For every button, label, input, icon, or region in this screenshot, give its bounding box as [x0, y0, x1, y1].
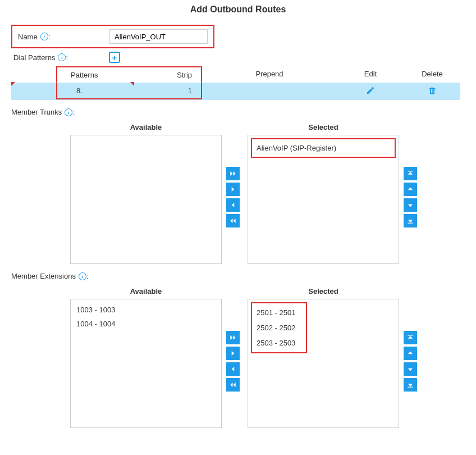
move-all-left-button[interactable]	[226, 378, 240, 392]
list-item[interactable]: 2501 - 2501	[254, 305, 304, 320]
col-delete-header: Delete	[404, 66, 460, 83]
dial-patterns-label: Dial Patterns	[13, 53, 55, 62]
available-header: Available	[70, 287, 222, 295]
move-top-button[interactable]	[404, 331, 417, 344]
strip-cell: 1	[164, 83, 198, 98]
colon: :	[86, 272, 89, 280]
move-bottom-button[interactable]	[404, 214, 417, 228]
col-edit-header: Edit	[337, 66, 404, 83]
col-patterns-header: Patterns	[57, 67, 164, 83]
colon: :	[48, 33, 51, 41]
move-left-button[interactable]	[226, 362, 240, 376]
move-right-button[interactable]	[226, 183, 240, 196]
add-dial-pattern-button[interactable]: +	[109, 52, 120, 63]
info-icon[interactable]: i	[65, 108, 72, 116]
selected-extensions-list[interactable]: 2501 - 2501 2502 - 2502 2503 - 2503	[248, 299, 399, 428]
delete-icon[interactable]	[428, 88, 437, 97]
list-item[interactable]: 1003 - 1003	[74, 303, 218, 317]
member-extensions-dual-list: Available 1003 - 1003 1004 - 1004 Select…	[70, 284, 476, 428]
move-down-button[interactable]	[404, 362, 417, 376]
info-icon[interactable]: i	[40, 33, 48, 40]
move-up-button[interactable]	[404, 347, 417, 360]
move-right-button[interactable]	[226, 347, 240, 360]
info-icon[interactable]: i	[58, 53, 66, 61]
member-trunks-dual-list: Available Selected AlienVoIP (SIP-Regist…	[70, 120, 476, 264]
col-prepend-header: Prepend	[202, 66, 337, 83]
name-row: Name i :	[11, 25, 214, 48]
selected-header: Selected	[248, 123, 399, 131]
move-all-right-button[interactable]	[226, 167, 240, 180]
move-all-right-button[interactable]	[226, 331, 240, 344]
colon: :	[72, 108, 75, 116]
member-extensions-label: Member Extensions	[11, 272, 76, 280]
move-all-left-button[interactable]	[226, 214, 240, 228]
member-trunks-label: Member Trunks	[11, 108, 62, 116]
available-trunks-list[interactable]	[70, 135, 222, 264]
list-item[interactable]: AlienVoIP (SIP-Register)	[254, 141, 392, 155]
list-item[interactable]: 2503 - 2503	[254, 335, 304, 351]
move-bottom-button[interactable]	[404, 378, 417, 392]
list-item[interactable]: 2502 - 2502	[254, 320, 304, 335]
name-input[interactable]	[109, 29, 208, 44]
move-down-button[interactable]	[404, 198, 417, 212]
info-icon[interactable]: i	[79, 272, 86, 280]
edit-icon[interactable]	[366, 88, 375, 97]
list-item[interactable]: 1004 - 1004	[74, 317, 218, 331]
pattern-cell: 8.	[57, 83, 164, 98]
selected-trunks-list[interactable]: AlienVoIP (SIP-Register)	[248, 135, 399, 264]
col-strip-header: Strip	[164, 67, 198, 83]
name-label: Name	[18, 33, 38, 41]
available-extensions-list[interactable]: 1003 - 1003 1004 - 1004	[70, 299, 222, 428]
selected-header: Selected	[248, 287, 399, 295]
available-header: Available	[70, 123, 222, 131]
dial-patterns-header: Patterns Strip Prepend Edit Delete	[11, 66, 460, 83]
move-top-button[interactable]	[404, 167, 417, 180]
move-left-button[interactable]	[226, 198, 240, 212]
prepend-cell	[202, 83, 337, 100]
colon: :	[66, 53, 68, 62]
page-title: Add Outbound Routes	[0, 4, 476, 15]
move-up-button[interactable]	[404, 183, 417, 196]
dial-pattern-row[interactable]: 8. 1	[11, 83, 460, 100]
